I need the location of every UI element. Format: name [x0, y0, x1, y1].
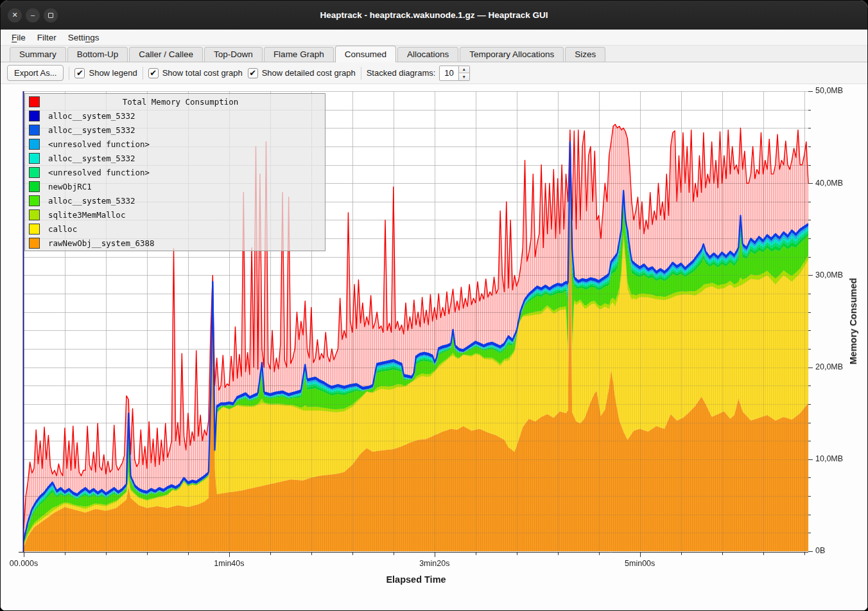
- legend-color-swatch: [29, 238, 40, 249]
- spinbox-value[interactable]: 10: [439, 66, 458, 81]
- toolbar: Export As... ✔Show legend✔Show total cos…: [1, 62, 867, 84]
- checkmark-icon: ✔: [248, 68, 258, 78]
- menu-bar: FileFilterSettings: [1, 30, 867, 46]
- legend-item: <unresolved function>: [25, 165, 325, 179]
- close-button[interactable]: ✕: [8, 8, 22, 22]
- legend-label: calloc: [48, 224, 77, 234]
- legend-label: sqlite3MemMalloc: [48, 210, 125, 220]
- legend-item: newObjRC1: [25, 179, 325, 193]
- tab-temporary-allocations[interactable]: Temporary Allocations: [460, 47, 564, 62]
- checkbox-show-detailed-cost-graph[interactable]: ✔Show detailed cost graph: [248, 68, 356, 78]
- spinbox-down-arrow-icon[interactable]: ▼: [459, 73, 469, 80]
- legend-color-swatch: [29, 195, 40, 206]
- stacked-diagrams-label: Stacked diagrams:: [367, 68, 436, 78]
- legend-item: rawNewObj__system_6388: [25, 236, 325, 250]
- legend-label: rawNewObj__system_6388: [48, 238, 155, 248]
- titlebar[interactable]: ✕ – Heaptrack - heaptrack.wakunode.1.gz …: [1, 1, 867, 30]
- legend-color-swatch: [29, 153, 40, 164]
- toolbar-separator: [69, 67, 69, 80]
- tab-bottom-up[interactable]: Bottom-Up: [67, 47, 128, 62]
- x-axis-title: Elapsed Time: [24, 574, 808, 585]
- heaptrack-window: ✕ – Heaptrack - heaptrack.wakunode.1.gz …: [0, 0, 868, 611]
- legend-label: <unresolved function>: [48, 139, 150, 149]
- checkbox-label: Show total cost graph: [162, 68, 243, 78]
- menu-file[interactable]: File: [6, 31, 31, 44]
- minimize-button[interactable]: –: [26, 8, 40, 22]
- checkbox-show-legend[interactable]: ✔Show legend: [74, 68, 137, 78]
- tab-sizes[interactable]: Sizes: [565, 47, 605, 62]
- tab-top-down[interactable]: Top-Down: [204, 47, 263, 62]
- toolbar-separator: [361, 67, 361, 80]
- legend-color-swatch: [29, 181, 40, 192]
- tab-allocations[interactable]: Allocations: [397, 47, 458, 62]
- checkbox-show-total-cost-graph[interactable]: ✔Show total cost graph: [148, 68, 243, 78]
- menu-filter[interactable]: Filter: [31, 31, 62, 44]
- legend-color-swatch: [29, 96, 40, 107]
- legend-label: alloc__system_5332: [48, 154, 135, 163]
- checkmark-icon: ✔: [74, 68, 85, 78]
- legend-item: alloc__system_5332: [25, 193, 325, 208]
- checkbox-label: Show legend: [89, 68, 137, 78]
- legend-label: alloc__system_5332: [48, 111, 135, 121]
- chart-legend: Total Memory Consumptionalloc__system_53…: [24, 93, 326, 251]
- export-as-button[interactable]: Export As...: [7, 65, 64, 81]
- tab-summary[interactable]: Summary: [10, 47, 66, 62]
- legend-label: <unresolved function>: [48, 168, 150, 177]
- checkmark-icon: ✔: [148, 68, 159, 78]
- legend-item: alloc__system_5332: [25, 151, 325, 165]
- legend-color-swatch: [29, 125, 40, 136]
- toolbar-separator: [143, 67, 143, 80]
- legend-label: Total Memory Consumption: [40, 97, 321, 107]
- checkbox-label: Show detailed cost graph: [262, 68, 356, 78]
- stacked-diagrams-control: Stacked diagrams: 10 ▲ ▼: [367, 66, 470, 81]
- legend-color-swatch: [29, 139, 40, 150]
- tab-bar: SummaryBottom-UpCaller / CalleeTop-DownF…: [1, 46, 867, 62]
- window-title: Heaptrack - heaptrack.wakunode.1.gz — He…: [1, 10, 867, 20]
- legend-label: alloc__system_5332: [48, 125, 135, 135]
- menu-settings[interactable]: Settings: [62, 31, 105, 44]
- consumed-chart-panel: Total Memory Consumptionalloc__system_53…: [1, 84, 867, 610]
- maximize-icon: [48, 13, 53, 18]
- maximize-button[interactable]: [44, 8, 58, 22]
- tab-consumed[interactable]: Consumed: [335, 46, 396, 62]
- stacked-diagrams-spinbox[interactable]: 10 ▲ ▼: [439, 66, 469, 81]
- legend-color-swatch: [29, 167, 40, 178]
- legend-title-row: Total Memory Consumption: [25, 94, 325, 109]
- legend-item: alloc__system_5332: [25, 123, 325, 137]
- legend-color-swatch: [29, 111, 40, 121]
- legend-item: <unresolved function>: [25, 137, 325, 151]
- legend-item: alloc__system_5332: [25, 109, 325, 123]
- tab-flame-graph[interactable]: Flame Graph: [264, 47, 334, 62]
- window-controls: ✕ –: [8, 1, 58, 30]
- legend-item: calloc: [25, 222, 325, 236]
- y-axis-title: Memory Consumed: [848, 278, 858, 365]
- legend-color-swatch: [29, 224, 40, 235]
- legend-color-swatch: [29, 209, 40, 220]
- tab-caller-callee[interactable]: Caller / Callee: [129, 47, 203, 62]
- spinbox-up-arrow-icon[interactable]: ▲: [459, 66, 469, 73]
- legend-item: sqlite3MemMalloc: [25, 208, 325, 222]
- legend-label: newObjRC1: [48, 182, 92, 191]
- legend-label: alloc__system_5332: [48, 196, 135, 206]
